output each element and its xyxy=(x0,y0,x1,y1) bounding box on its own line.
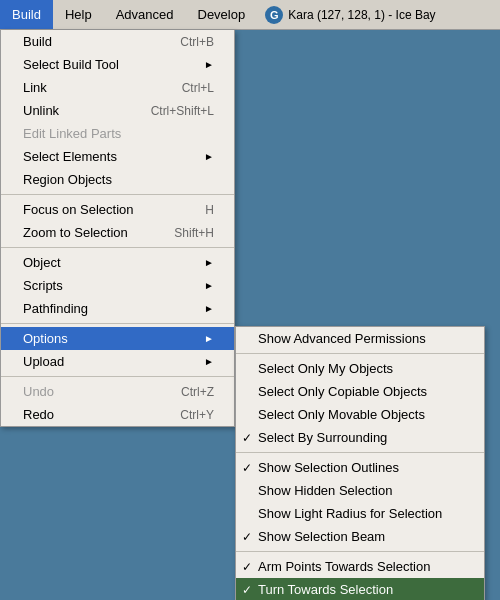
build-dropdown-menu: Build Ctrl+B Select Build Tool ► Link Ct… xyxy=(0,30,235,427)
submenu-show-light-radius[interactable]: Show Light Radius for Selection xyxy=(236,502,484,525)
menu-item-undo: Undo Ctrl+Z xyxy=(1,380,234,403)
menu-sep-4 xyxy=(1,376,234,377)
dropdown-container: Build Ctrl+B Select Build Tool ► Link Ct… xyxy=(0,30,235,427)
menu-item-redo[interactable]: Redo Ctrl+Y xyxy=(1,403,234,426)
check-show-selection-beam: ✓ xyxy=(242,530,252,544)
menu-item-unlink[interactable]: Unlink Ctrl+Shift+L xyxy=(1,99,234,122)
submenu-select-only-movable[interactable]: Select Only Movable Objects xyxy=(236,403,484,426)
menu-sep-1 xyxy=(1,194,234,195)
submenu-arm-points-towards[interactable]: ✓ Arm Points Towards Selection xyxy=(236,555,484,578)
menubar-build[interactable]: Build xyxy=(0,0,53,29)
options-submenu: Show Advanced Permissions Select Only My… xyxy=(235,326,485,600)
menu-sep-2 xyxy=(1,247,234,248)
menu-item-zoom-to-selection[interactable]: Zoom to Selection Shift+H xyxy=(1,221,234,244)
submenu-select-only-copiable[interactable]: Select Only Copiable Objects xyxy=(236,380,484,403)
menubar: Build Help Advanced Develop G Kara (127,… xyxy=(0,0,500,30)
submenu-show-hidden-selection[interactable]: Show Hidden Selection xyxy=(236,479,484,502)
check-turn-towards: ✓ xyxy=(242,583,252,597)
check-arm-points: ✓ xyxy=(242,560,252,574)
menu-item-pathfinding[interactable]: Pathfinding ► xyxy=(1,297,234,320)
menu-item-edit-linked-parts: Edit Linked Parts xyxy=(1,122,234,145)
menu-item-focus-on-selection[interactable]: Focus on Selection H xyxy=(1,198,234,221)
menu-item-build[interactable]: Build Ctrl+B xyxy=(1,30,234,53)
submenu-show-selection-outlines[interactable]: ✓ Show Selection Outlines xyxy=(236,456,484,479)
menu-item-scripts[interactable]: Scripts ► xyxy=(1,274,234,297)
menu-item-upload[interactable]: Upload ► xyxy=(1,350,234,373)
submenu-show-selection-beam[interactable]: ✓ Show Selection Beam xyxy=(236,525,484,548)
menu-item-options[interactable]: Options ► xyxy=(1,327,234,350)
submenu-turn-towards-selection[interactable]: ✓ Turn Towards Selection xyxy=(236,578,484,600)
menu-item-object[interactable]: Object ► xyxy=(1,251,234,274)
submenu-show-advanced-permissions[interactable]: Show Advanced Permissions xyxy=(236,327,484,350)
user-icon: G xyxy=(265,6,283,24)
submenu-select-by-surrounding[interactable]: ✓ Select By Surrounding xyxy=(236,426,484,449)
menubar-advanced[interactable]: Advanced xyxy=(104,0,186,29)
menu-item-select-build-tool[interactable]: Select Build Tool ► xyxy=(1,53,234,76)
submenu-select-only-my-objects[interactable]: Select Only My Objects xyxy=(236,357,484,380)
sub-sep-1 xyxy=(236,353,484,354)
sub-sep-3 xyxy=(236,551,484,552)
menu-item-select-elements[interactable]: Select Elements ► xyxy=(1,145,234,168)
menu-sep-3 xyxy=(1,323,234,324)
menubar-develop[interactable]: Develop xyxy=(186,0,258,29)
menu-item-region-objects[interactable]: Region Objects xyxy=(1,168,234,191)
menubar-user: G Kara (127, 128, 1) - Ice Bay xyxy=(257,0,443,29)
menu-item-link[interactable]: Link Ctrl+L xyxy=(1,76,234,99)
sub-sep-2 xyxy=(236,452,484,453)
menubar-help[interactable]: Help xyxy=(53,0,104,29)
check-show-selection-outlines: ✓ xyxy=(242,461,252,475)
check-select-by-surrounding: ✓ xyxy=(242,431,252,445)
